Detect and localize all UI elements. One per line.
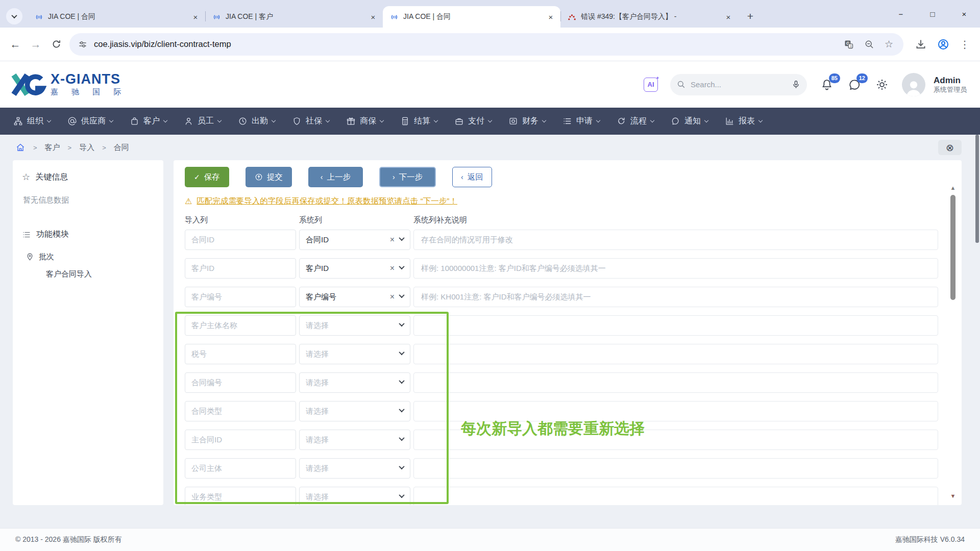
avatar[interactable] [902, 73, 925, 96]
home-icon[interactable] [15, 142, 26, 153]
sidebar-item-client-contract-import[interactable]: 客户合同导入 [46, 269, 154, 279]
browser-tab[interactable]: 错误 #349:【客户合同导入】 -× [560, 6, 738, 28]
previous-step-button[interactable]: ‹ 上一步 [308, 167, 363, 187]
minimize-button[interactable]: − [885, 0, 917, 28]
clear-icon[interactable]: × [390, 292, 395, 302]
chevron-down-icon[interactable] [399, 264, 404, 269]
system-column-select[interactable]: 请选择 [299, 344, 410, 364]
nav-item-client[interactable]: 客户 [130, 116, 167, 127]
submit-button[interactable]: 提交 [246, 167, 292, 187]
import-column-field[interactable]: 合同编号 [185, 372, 296, 393]
nav-item-finance[interactable]: 财务 [508, 116, 546, 127]
xg-logo[interactable]: X-GIANTS 嘉 驰 国 际 [9, 70, 127, 99]
breadcrumb-item-import[interactable]: 导入 [79, 143, 94, 153]
close-page-button[interactable]: ⊗ [938, 140, 962, 155]
url-bar[interactable]: coe.jiasis.vip/biz/client-contract-temp … [69, 33, 903, 56]
nav-item-employee[interactable]: 员工 [184, 116, 221, 127]
browser-tab[interactable]: JIA COE | 合同× [383, 6, 560, 28]
voice-search-icon[interactable] [791, 80, 801, 89]
tab-close-icon[interactable]: × [723, 11, 734, 22]
system-column-select[interactable]: 客户ID× [299, 258, 410, 279]
import-column-field[interactable]: 客户编号 [185, 287, 296, 307]
tab-search-button[interactable] [6, 8, 22, 24]
description-field[interactable] [413, 315, 938, 336]
scroll-up-icon[interactable]: ▲ [949, 185, 957, 191]
browser-scrollbar-thumb[interactable] [975, 135, 979, 243]
next-step-button[interactable]: › 下一步 [379, 167, 436, 187]
profile-icon[interactable] [937, 38, 949, 51]
nav-item-workflow[interactable]: 流程 [617, 116, 654, 127]
tab-close-icon[interactable]: × [190, 11, 201, 22]
close-window-button[interactable]: × [948, 0, 980, 28]
chevron-down-icon[interactable] [399, 321, 404, 327]
global-search[interactable] [670, 74, 807, 95]
ai-assistant-icon[interactable]: AI✦ [644, 78, 658, 92]
description-field[interactable]: 样例: 100000001注意: 客户ID和客户编号必须选填其一 [413, 258, 938, 279]
nav-item-settlement[interactable]: 结算 [400, 116, 437, 127]
clear-icon[interactable]: × [390, 235, 395, 244]
nav-item-attendance[interactable]: 出勤 [238, 116, 275, 127]
system-column-select[interactable]: 请选择 [299, 430, 410, 450]
description-field[interactable] [413, 487, 938, 505]
description-field[interactable]: 样例: KH001注意: 客户ID和客户编号必须选填其一 [413, 287, 938, 307]
scroll-down-icon[interactable]: ▼ [949, 493, 957, 499]
tab-close-icon[interactable]: × [368, 11, 379, 22]
new-tab-button[interactable]: + [742, 8, 758, 24]
import-column-field[interactable]: 客户主体名称 [185, 315, 296, 336]
notifications-button[interactable]: 85 [819, 77, 835, 92]
chevron-down-icon[interactable] [399, 407, 404, 412]
system-column-select[interactable]: 合同ID× [299, 230, 410, 250]
panel-scrollbar[interactable]: ▲ ▼ [949, 185, 957, 499]
nav-item-org[interactable]: 组织 [13, 116, 51, 127]
system-column-select[interactable]: 请选择 [299, 315, 410, 336]
import-column-field[interactable]: 公司主体 [185, 458, 296, 479]
site-settings-icon[interactable] [78, 39, 88, 49]
messages-button[interactable]: 12 [847, 77, 862, 92]
system-column-select[interactable]: 请选择 [299, 372, 410, 393]
system-column-select[interactable]: 请选择 [299, 458, 410, 479]
description-field[interactable] [413, 458, 938, 479]
sidebar-item-batch[interactable]: 批次 [26, 252, 154, 262]
nav-item-application[interactable]: 申请 [562, 116, 600, 127]
zoom-icon[interactable] [864, 39, 874, 49]
nav-item-social-insurance[interactable]: 社保 [292, 116, 329, 127]
clear-icon[interactable]: × [390, 264, 395, 273]
browser-tab[interactable]: JIA COE | 客户× [205, 6, 383, 28]
chevron-down-icon[interactable] [399, 464, 404, 469]
description-field[interactable]: 存在合同的情况可用于修改 [413, 230, 938, 250]
import-column-field[interactable]: 合同ID [185, 230, 296, 250]
forward-button[interactable]: → [26, 34, 46, 55]
browser-menu-icon[interactable]: ⋮ [960, 38, 970, 51]
translate-icon[interactable] [844, 39, 854, 49]
settings-button[interactable] [874, 77, 890, 92]
chevron-down-icon[interactable] [399, 492, 404, 498]
chevron-down-icon[interactable] [399, 235, 404, 241]
maximize-button[interactable]: □ [917, 0, 948, 28]
save-button[interactable]: ✓ 保存 [185, 167, 229, 187]
system-column-select[interactable]: 请选择 [299, 401, 410, 421]
browser-tab[interactable]: JIA COE | 合同× [28, 6, 205, 28]
user-info[interactable]: Admin 系统管理员 [934, 75, 967, 94]
description-field[interactable] [413, 344, 938, 364]
chevron-down-icon[interactable] [399, 435, 404, 441]
reload-button[interactable] [46, 34, 66, 55]
breadcrumb-item-client[interactable]: 客户 [45, 143, 60, 153]
system-column-select[interactable]: 请选择 [299, 487, 410, 505]
url-text[interactable]: coe.jiasis.vip/biz/client-contract-temp [94, 39, 844, 49]
nav-item-notification[interactable]: 通知 [671, 116, 708, 127]
chevron-down-icon[interactable] [399, 378, 404, 384]
nav-item-commercial-insurance[interactable]: 商保 [346, 116, 383, 127]
search-input[interactable] [691, 80, 787, 89]
nav-item-payment[interactable]: 支付 [454, 116, 492, 127]
bookmark-star-icon[interactable]: ☆ [885, 38, 893, 50]
downloads-icon[interactable] [915, 38, 927, 51]
chevron-down-icon[interactable] [399, 349, 404, 355]
back-button[interactable]: ← [5, 34, 26, 55]
import-column-field[interactable]: 合同类型 [185, 401, 296, 421]
scrollbar-thumb[interactable] [950, 195, 955, 300]
tab-close-icon[interactable]: × [545, 11, 556, 22]
return-button[interactable]: ‹ 返回 [452, 167, 492, 187]
breadcrumb-item-contract[interactable]: 合同 [114, 143, 129, 153]
chevron-down-icon[interactable] [399, 292, 404, 298]
browser-scrollbar[interactable] [974, 135, 980, 528]
